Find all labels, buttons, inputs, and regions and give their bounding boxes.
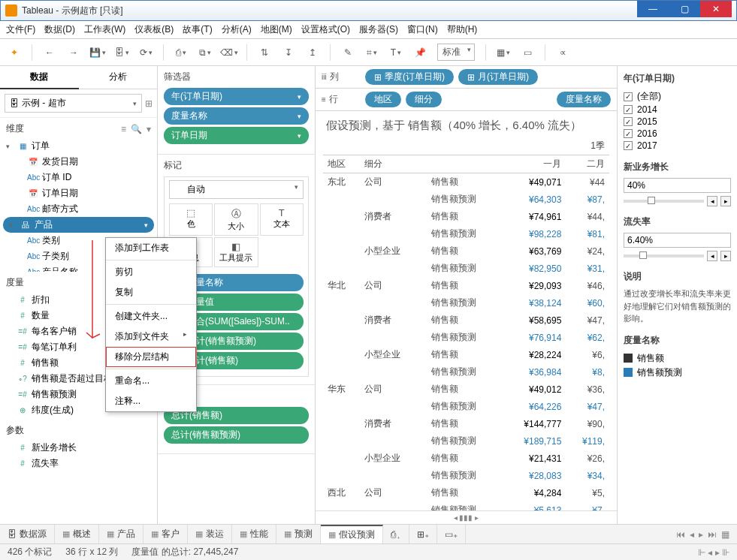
- table-row[interactable]: 消费者销售额¥74,961¥44,: [323, 208, 609, 225]
- tab-showall-icon[interactable]: ▦: [721, 529, 729, 540]
- menu-icon[interactable]: ▾: [146, 124, 151, 134]
- sheet-tab[interactable]: ▦假设预测: [321, 525, 383, 543]
- forward-icon[interactable]: →: [67, 46, 80, 59]
- growth-input[interactable]: [624, 178, 731, 193]
- menu-item[interactable]: 帮助(H): [447, 23, 478, 36]
- search-icon[interactable]: 🔍: [131, 124, 142, 134]
- context-menu-item[interactable]: 移除分层结构: [106, 347, 196, 367]
- shelf-pill[interactable]: 地区: [365, 92, 401, 107]
- growth-dec-button[interactable]: ◂: [707, 196, 717, 206]
- year-checkbox[interactable]: ✓(全部): [624, 89, 731, 104]
- table-row[interactable]: 小型企业销售额¥28,224¥6,: [323, 346, 609, 363]
- legend-item[interactable]: 销售额预测: [624, 366, 731, 380]
- context-menu-item[interactable]: 添加到文件夹: [106, 327, 196, 347]
- datasource-tab[interactable]: 🗄 数据源: [0, 525, 55, 543]
- growth-slider[interactable]: [624, 200, 704, 203]
- sheet-tab[interactable]: ▦装运: [188, 525, 232, 543]
- minimize-button[interactable]: ―: [637, 1, 669, 17]
- filter-pill[interactable]: 度量名称▾: [164, 107, 309, 125]
- context-menu-item[interactable]: 添加到工作表: [106, 238, 196, 258]
- menu-item[interactable]: 仪表板(B): [134, 23, 174, 36]
- churn-dec-button[interactable]: ◂: [707, 251, 717, 261]
- year-checkbox[interactable]: ✓2014: [624, 104, 731, 116]
- fit-select[interactable]: 标准: [437, 44, 475, 61]
- field-item[interactable]: ▾品产品▾: [3, 217, 154, 233]
- legend-item[interactable]: 销售额: [624, 351, 731, 366]
- menu-item[interactable]: 窗口(N): [407, 23, 438, 36]
- marks-cell[interactable]: Ⓐ大小: [214, 203, 258, 236]
- sheet-title[interactable]: 假设预测，基于 销售额（40% 增长，6.40% 流失）: [316, 111, 617, 137]
- menu-item[interactable]: 分析(A): [222, 23, 252, 36]
- table-row[interactable]: 销售额预测¥38,124¥60,: [323, 294, 609, 312]
- context-menu-item[interactable]: 注释...: [106, 391, 196, 411]
- menu-item[interactable]: 地图(M): [261, 23, 292, 36]
- field-item[interactable]: #流失率: [3, 456, 154, 471]
- field-item[interactable]: Abc邮寄方式: [3, 201, 154, 217]
- swap-icon[interactable]: ⇅: [258, 46, 271, 59]
- table-row[interactable]: 东北公司销售额¥49,071¥44: [323, 173, 609, 191]
- field-item[interactable]: 📅订单日期: [3, 185, 154, 201]
- new-story-icon[interactable]: ▭₊: [437, 525, 466, 543]
- close-button[interactable]: ✕: [700, 1, 732, 17]
- datasource-select[interactable]: 🗄 示例 - 超市 ▾: [5, 94, 142, 113]
- sheet-tab[interactable]: ▦客户: [143, 525, 188, 543]
- tab-first-icon[interactable]: ⏮: [676, 529, 685, 540]
- marks-cell[interactable]: ◧工具提示: [214, 237, 258, 267]
- sheet-tab[interactable]: ▦预测: [276, 525, 321, 543]
- menu-item[interactable]: 设置格式(O): [301, 23, 350, 36]
- tab-data[interactable]: 数据: [0, 66, 79, 89]
- sort-asc-icon[interactable]: ↧: [282, 46, 295, 59]
- table-row[interactable]: 销售额预测¥189,715¥119,: [323, 432, 609, 450]
- duplicate-icon[interactable]: ⧉: [198, 46, 212, 59]
- shelf-pill[interactable]: 细分: [406, 92, 442, 107]
- growth-inc-button[interactable]: ▸: [720, 196, 731, 206]
- back-icon[interactable]: ←: [43, 46, 56, 59]
- table-row[interactable]: 销售额预测¥82,950¥31,: [323, 260, 609, 277]
- table-row[interactable]: 小型企业销售额¥63,769¥24,: [323, 242, 609, 260]
- refresh-icon[interactable]: ⟳: [139, 46, 153, 59]
- table-row[interactable]: 销售额预测¥64,226¥47,: [323, 398, 609, 415]
- tab-next-icon[interactable]: ▸: [699, 529, 703, 540]
- table-row[interactable]: 销售额预测¥5,613¥7,: [323, 501, 609, 510]
- menu-item[interactable]: 文件(F): [6, 23, 35, 36]
- year-checkbox[interactable]: ✓2016: [624, 128, 731, 140]
- table-row[interactable]: 华东公司销售额¥49,012¥36,: [323, 381, 609, 398]
- tableau-logo-icon[interactable]: ✦: [8, 46, 21, 59]
- crosstab[interactable]: 1季 地区细分一月二月 东北公司销售额¥49,071¥44销售额预测¥64,30…: [323, 137, 609, 510]
- marks-cell[interactable]: ⬚色: [169, 203, 213, 236]
- connect-icon[interactable]: ⊞: [145, 98, 153, 109]
- share-icon[interactable]: ∝: [556, 46, 569, 59]
- new-dashboard-icon[interactable]: ⊞₊: [409, 525, 437, 543]
- shelf-pill[interactable]: ⊞月(订单日期): [458, 69, 538, 85]
- status-nav[interactable]: ⊩ ◂ ▸ ⊪: [698, 547, 729, 558]
- table-row[interactable]: 销售额预测¥76,914¥62,: [323, 329, 609, 346]
- measure-value-pill[interactable]: 总计(销售额预测): [164, 426, 309, 444]
- churn-input[interactable]: [624, 233, 731, 248]
- context-menu-item[interactable]: 创建文件夹...: [106, 306, 196, 327]
- table-row[interactable]: 华北公司销售额¥29,093¥46,: [323, 277, 609, 294]
- field-item[interactable]: Abc订单 ID: [3, 170, 154, 185]
- table-row[interactable]: 西北公司销售额¥4,284¥5,: [323, 484, 609, 501]
- horizontal-scrollbar[interactable]: ◂ ▮▮▮ ▸: [316, 510, 617, 524]
- table-row[interactable]: 销售额预测¥28,083¥34,: [323, 467, 609, 484]
- save-icon[interactable]: 💾: [91, 46, 104, 59]
- filter-pill[interactable]: 年(订单日期)▾: [164, 88, 309, 105]
- churn-slider[interactable]: [624, 254, 704, 257]
- sheet-tab[interactable]: ▦性能: [232, 525, 276, 543]
- shelf-pill[interactable]: ⊞季度(订单日期): [365, 69, 454, 85]
- tab-prev-icon[interactable]: ◂: [690, 529, 694, 540]
- marks-type-select[interactable]: ⬚ 自动 ▾: [169, 180, 304, 199]
- text-icon[interactable]: T: [389, 46, 403, 59]
- view-mode-icon[interactable]: ≡: [121, 124, 126, 134]
- menu-item[interactable]: 数据(D): [44, 23, 75, 36]
- table-row[interactable]: 消费者销售额¥144,777¥90,: [323, 415, 609, 432]
- tab-analytics[interactable]: 分析: [79, 66, 158, 89]
- table-row[interactable]: 销售额预测¥36,984¥8,: [323, 363, 609, 381]
- context-menu-item[interactable]: 剪切: [106, 262, 196, 282]
- tab-last-icon[interactable]: ⏭: [708, 529, 717, 540]
- maximize-button[interactable]: ▢: [669, 1, 700, 17]
- sort-desc-icon[interactable]: ↥: [306, 46, 319, 59]
- field-item[interactable]: ▾▦订单: [3, 138, 154, 154]
- menu-item[interactable]: 服务器(S): [359, 23, 398, 36]
- field-item[interactable]: #新业务增长: [3, 440, 154, 456]
